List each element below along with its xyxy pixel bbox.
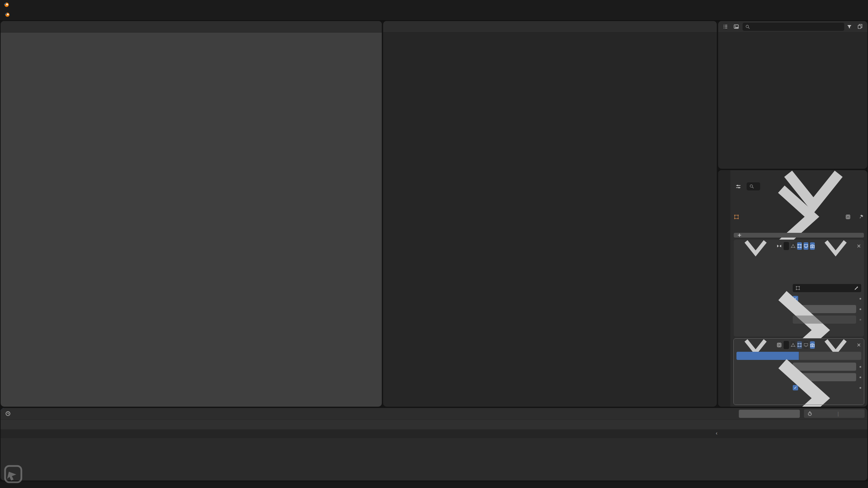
animate-dot[interactable] [860,319,861,321]
outliner-search[interactable] [743,23,844,31]
animate-dot[interactable] [860,387,861,389]
uv-editor-header [383,21,717,33]
blender-logo-icon [4,12,10,17]
object-icon [734,214,739,220]
toggle-realtime[interactable] [804,242,808,250]
timeline-tracks[interactable]: ‹ [1,429,867,481]
3d-viewport-header [1,21,382,33]
modifier-icon [845,214,851,220]
outliner-search-input[interactable] [752,23,842,30]
blender-window: ✓ ✓ [0,0,868,488]
blender-menu-button[interactable] [3,11,13,18]
watermark [4,465,26,483]
editor-type-button[interactable] [3,410,14,418]
statusbar [0,481,868,488]
view-layer-icon [733,24,739,29]
toggle-editmode[interactable] [797,242,802,250]
menubar [0,9,868,21]
blender-logo-icon [3,2,9,7]
mirror-modifier-icon [776,243,782,249]
uv-editor[interactable] [383,21,717,407]
3d-viewport-canvas[interactable] [1,21,382,407]
current-frame-field[interactable] [739,410,800,418]
modifier-name-field[interactable] [784,242,789,250]
3d-viewport[interactable] [1,21,382,407]
timeline-ruler[interactable] [1,419,867,430]
animate-dot[interactable] [860,366,861,368]
outliner [718,21,867,169]
outliner-list [718,33,867,169]
funnel-icon [847,24,852,29]
titlebar [0,0,868,9]
search-icon [745,24,750,29]
animate-dot[interactable] [860,377,861,378]
timeline-header: | [1,408,867,420]
chevron-right-icon [736,337,859,407]
pin-icon[interactable] [859,214,864,219]
animate-dot[interactable] [860,298,861,300]
subdivision-modifier-panel: ✓ [734,339,864,405]
watermark-logo-icon [4,465,22,483]
bisect-distance-field[interactable] [793,316,856,324]
new-collection-icon [857,24,863,29]
editor-type-button[interactable] [721,23,731,30]
timeline: | ‹ [1,408,867,481]
display-mode-button[interactable] [732,23,742,30]
properties-editor: ✓ ✓ [718,170,867,407]
advanced-section-header[interactable] [736,394,861,403]
clock-icon [5,411,11,416]
uv-editor-canvas[interactable] [383,21,717,407]
close-icon[interactable] [856,244,861,248]
stopwatch-icon[interactable] [807,411,812,416]
collapse-arrow-icon[interactable]: ‹ [716,430,717,436]
toggle-edit-cage[interactable] [791,242,795,250]
toggle-render[interactable] [810,242,815,250]
properties-content: ✓ ✓ [730,170,867,407]
properties-tabs [718,170,730,407]
outliner-icon [723,24,728,29]
filter-button[interactable] [845,23,855,30]
mirror-modifier-panel: ✓ ✓ [734,240,864,337]
editor-type-button[interactable] [734,183,744,190]
frame-range-group: | [804,409,865,418]
animate-dot[interactable] [860,308,861,310]
new-collection-button[interactable] [855,23,865,30]
properties-icon [735,184,741,189]
outliner-header [718,21,867,33]
